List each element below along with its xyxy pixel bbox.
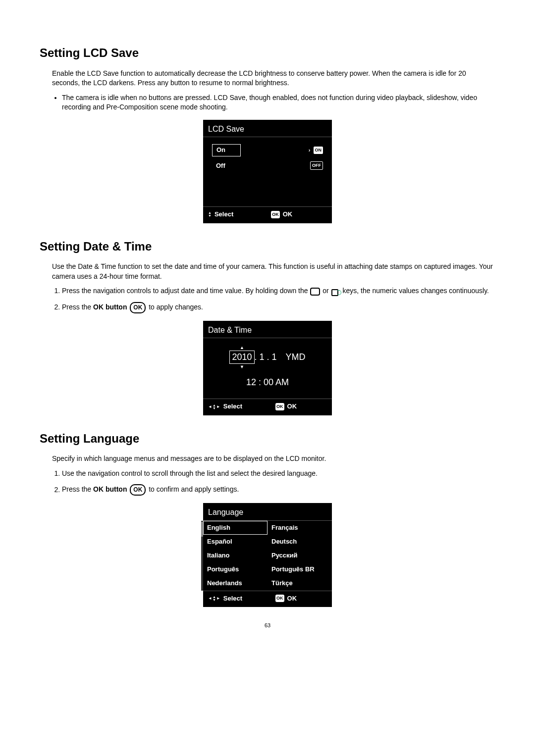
language-title: Language — [203, 503, 332, 520]
page-number: 63 — [40, 622, 495, 629]
language-screen: Language English Español Italiano Portug… — [203, 503, 332, 607]
lang-item-turkce[interactable]: Türkçe — [268, 576, 332, 590]
off-badge-icon: OFF — [310, 161, 323, 170]
ymd-label: YMD — [286, 352, 306, 362]
step-lang-2a: Press the — [62, 486, 93, 494]
footer-ok-label: OK — [283, 210, 293, 219]
lcd-save-option-off[interactable]: Off OFF — [208, 158, 327, 173]
lang-item-deutsch[interactable]: Deutsch — [268, 535, 332, 549]
on-badge-icon: ON — [314, 147, 323, 154]
date-line[interactable]: 2010. 1 . 1YMD — [208, 351, 327, 364]
step-dt-1b: or — [321, 287, 330, 295]
lcd-save-screen: LCD Save On › ON Off OFF Select OK OK — [203, 120, 332, 223]
intro-lcd-save: Enable the LCD Save function to automati… — [52, 69, 495, 88]
year-field[interactable]: 2010 — [229, 351, 254, 364]
date-time-title: Date & Time — [203, 321, 332, 338]
macro-key-icon — [331, 288, 340, 295]
footer-select-label: Select — [223, 594, 242, 603]
heading-lcd-save: Setting LCD Save — [40, 45, 495, 61]
date-time-screen: Date & Time 2010. 1 . 1YMD 12 : 00 AM ▲▼… — [203, 321, 332, 415]
step-lang-2b: OK button — [93, 486, 127, 494]
lang-item-francais[interactable]: Français — [268, 521, 332, 535]
step-dt-1: Press the navigation controls to adjust … — [62, 286, 495, 296]
scrollbar[interactable] — [201, 521, 203, 591]
nav-arrows-icon: ▲▼ — [208, 404, 220, 410]
chevron-right-icon: › — [309, 147, 311, 154]
ok-button-icon: OK — [130, 302, 146, 313]
lcd-save-on-label: On — [212, 144, 241, 156]
lcd-save-option-on[interactable]: On › ON — [208, 142, 327, 158]
step-dt-2c: to apply changes. — [149, 303, 203, 311]
footer-ok-label: OK — [287, 594, 297, 603]
footer-select-label: Select — [214, 210, 233, 219]
step-dt-2b: OK button — [93, 303, 127, 311]
footer-ok-label: OK — [287, 402, 297, 411]
intro-language: Specify in which language menus and mess… — [52, 454, 495, 464]
step-lang-2: Press the OK button OK to confirm and ap… — [62, 484, 495, 496]
bullet-lcd-save: The camera is idle when no buttons are p… — [62, 93, 495, 112]
lcd-save-title: LCD Save — [203, 120, 332, 137]
intro-date-time: Use the Date & Time function to set the … — [52, 262, 495, 281]
ok-badge-icon: OK — [271, 211, 280, 218]
step-lang-1: Use the navigation control to scroll thr… — [62, 469, 495, 479]
ok-badge-icon: OK — [275, 403, 284, 410]
step-lang-2c: to confirm and apply settings. — [149, 486, 239, 494]
ok-badge-icon: OK — [275, 595, 284, 602]
footer-select-label: Select — [223, 402, 242, 411]
lang-item-italiano[interactable]: Italiano — [203, 549, 268, 562]
updown-icon — [208, 211, 212, 217]
ok-button-icon: OK — [130, 484, 146, 496]
rest-date: . 1 . 1 — [255, 352, 277, 362]
lang-item-russian[interactable]: Русский — [268, 549, 332, 562]
step-dt-1a: Press the navigation controls to adjust … — [62, 287, 310, 295]
step-dt-1c: keys, the numeric values changes continu… — [341, 287, 489, 295]
display-key-icon — [310, 288, 320, 296]
lang-item-english[interactable]: English — [203, 521, 268, 535]
heading-date-time: Setting Date & Time — [40, 238, 495, 255]
lang-item-portugues[interactable]: Português — [203, 562, 268, 576]
nav-arrows-icon: ▲▼ — [208, 596, 220, 602]
time-line[interactable]: 12 : 00 AM — [208, 376, 327, 389]
lcd-save-off-label: Off — [212, 160, 229, 171]
lang-item-espanol[interactable]: Español — [203, 535, 268, 549]
lang-item-portugues-br[interactable]: Português BR — [268, 562, 332, 576]
lang-item-nederlands[interactable]: Nederlands — [203, 576, 268, 590]
step-dt-2: Press the OK button OK to apply changes. — [62, 302, 495, 313]
step-dt-2a: Press the — [62, 303, 93, 311]
heading-language: Setting Language — [40, 430, 495, 447]
